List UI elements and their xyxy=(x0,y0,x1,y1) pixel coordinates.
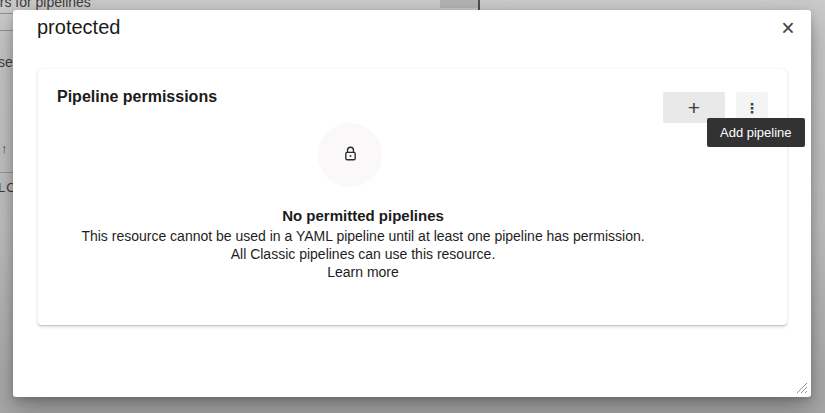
zero-data-description: This resource cannot be used in a YAML p… xyxy=(38,227,688,245)
dialog-title: protected xyxy=(37,16,120,39)
close-icon: × xyxy=(781,17,794,40)
lock-icon xyxy=(342,145,359,166)
screen: ars for pipelines se ↑ LO protected × Pi… xyxy=(0,0,825,413)
panel-heading: Pipeline permissions xyxy=(57,88,217,106)
zero-data-illustration xyxy=(318,123,382,187)
background-line-fragment xyxy=(0,30,14,31)
resize-grip-icon[interactable] xyxy=(794,380,808,394)
background-page-text: ars for pipelines xyxy=(0,0,91,10)
pipeline-permissions-panel: Pipeline permissions + ⋮ No permitted xyxy=(38,69,787,325)
zero-data-message: No permitted pipelines This resource can… xyxy=(38,205,688,281)
background-scrollbar xyxy=(440,0,478,8)
background-text-fragment: ↑ xyxy=(1,141,8,156)
add-pipeline-tooltip: Add pipeline xyxy=(707,118,805,147)
background-vertical-divider xyxy=(478,0,480,10)
background-line-fragment xyxy=(0,172,14,173)
learn-more-link[interactable]: Learn more xyxy=(327,263,399,281)
zero-data-title: No permitted pipelines xyxy=(38,205,688,226)
kebab-menu-icon: ⋮ xyxy=(745,101,759,115)
background-text-fragment: se xyxy=(0,54,13,70)
plus-icon: + xyxy=(688,97,700,118)
close-button[interactable]: × xyxy=(772,12,804,44)
zero-data-description: All Classic pipelines can use this resou… xyxy=(38,245,688,263)
pipeline-permissions-dialog: protected × Pipeline permissions + ⋮ xyxy=(13,10,811,397)
